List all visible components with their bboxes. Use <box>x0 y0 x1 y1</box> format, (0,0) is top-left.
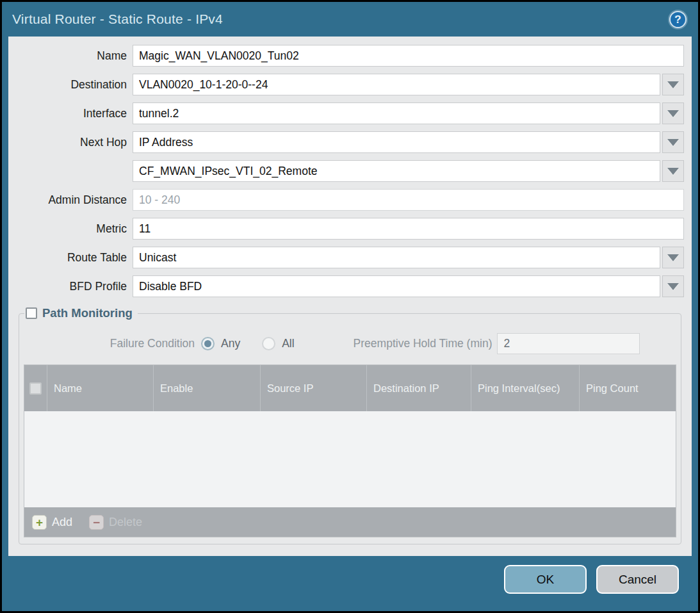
chevron-down-icon <box>667 254 679 261</box>
radio-any-label: Any <box>221 337 240 350</box>
destination-dropdown-button[interactable] <box>662 74 684 95</box>
chevron-down-icon <box>667 81 679 88</box>
delete-button-label: Delete <box>109 516 142 529</box>
select-all-checkbox <box>29 382 42 395</box>
next-hop-label: Next Hop <box>16 136 133 149</box>
bfd-profile-label: BFD Profile <box>16 280 133 293</box>
failure-condition-label: Failure Condition <box>23 337 201 350</box>
destination-label: Destination <box>16 78 133 92</box>
failure-condition-any-option: Any <box>201 337 240 350</box>
radio-all <box>262 337 275 350</box>
path-monitoring-legend: Path Monitoring <box>24 306 138 320</box>
radio-any <box>201 337 215 350</box>
chevron-down-icon <box>667 110 679 117</box>
plus-icon: + <box>32 515 47 530</box>
form-row-interface: Interface <box>16 102 684 124</box>
minus-icon: − <box>89 515 104 530</box>
header-select-all-cell <box>24 365 47 411</box>
interface-label: Interface <box>16 107 133 120</box>
radio-all-label: All <box>282 337 294 350</box>
add-button[interactable]: + Add <box>32 515 72 530</box>
static-route-dialog: Virtual Router - Static Route - IPv4 ? N… <box>2 2 698 611</box>
form-row-name: Name <box>16 45 684 67</box>
route-table-dropdown-button[interactable] <box>662 247 684 268</box>
table-body-empty <box>24 411 676 507</box>
path-monitoring-label: Path Monitoring <box>42 306 133 320</box>
column-header-source-ip: Source IP <box>261 365 367 411</box>
failure-condition-all-option: All <box>262 337 294 350</box>
failure-condition-row: Failure Condition Any All Preemptive Hol… <box>23 333 677 354</box>
next-hop-address-dropdown-button[interactable] <box>662 160 684 182</box>
dialog-content: Name Destination Interface <box>8 37 692 556</box>
table-header: Name Enable Source IP Destination IP Pin… <box>24 365 676 411</box>
form-row-destination: Destination <box>16 74 684 95</box>
destination-input[interactable] <box>133 74 660 95</box>
form-row-bfd-profile: BFD Profile <box>16 275 684 297</box>
help-icon[interactable]: ? <box>669 11 687 28</box>
metric-input[interactable] <box>133 218 684 240</box>
delete-button: − Delete <box>89 515 142 530</box>
path-monitoring-checkbox[interactable] <box>26 307 37 319</box>
column-header-ping-interval: Ping Interval(sec) <box>471 365 580 411</box>
cancel-button[interactable]: Cancel <box>596 565 679 594</box>
route-table-input[interactable] <box>133 247 660 268</box>
next-hop-type-input[interactable] <box>133 131 660 153</box>
chevron-down-icon <box>667 139 679 146</box>
add-button-label: Add <box>52 516 72 529</box>
interface-input[interactable] <box>133 102 660 124</box>
admin-distance-label: Admin Distance <box>16 193 133 207</box>
table-footer: + Add − Delete <box>24 507 676 537</box>
dialog-footer: OK Cancel <box>2 556 698 611</box>
column-header-name: Name <box>47 365 154 411</box>
preemptive-hold-time-label: Preemptive Hold Time (min) <box>354 337 492 350</box>
column-header-destination-ip: Destination IP <box>367 365 471 411</box>
dialog-titlebar: Virtual Router - Static Route - IPv4 ? <box>2 2 698 37</box>
column-header-enable: Enable <box>154 365 261 411</box>
dialog-title: Virtual Router - Static Route - IPv4 <box>12 12 223 27</box>
column-header-ping-count: Ping Count <box>580 365 676 411</box>
metric-label: Metric <box>16 222 133 236</box>
form-row-route-table: Route Table <box>16 247 684 268</box>
ok-button[interactable]: OK <box>504 565 587 594</box>
admin-distance-input[interactable] <box>133 189 684 211</box>
form-row-next-hop-value <box>16 160 684 182</box>
next-hop-type-dropdown-button[interactable] <box>662 131 684 153</box>
route-table-label: Route Table <box>16 251 133 265</box>
form-row-next-hop: Next Hop <box>16 131 684 153</box>
interface-dropdown-button[interactable] <box>662 102 684 124</box>
name-label: Name <box>16 49 133 63</box>
form-row-admin-distance: Admin Distance <box>16 189 684 211</box>
chevron-down-icon <box>667 168 679 175</box>
path-monitoring-table: Name Enable Source IP Destination IP Pin… <box>24 364 676 537</box>
form-row-metric: Metric <box>16 218 684 240</box>
chevron-down-icon <box>667 283 679 290</box>
preemptive-hold-time-input <box>497 333 640 354</box>
path-monitoring-section: Path Monitoring Failure Condition Any Al… <box>19 306 681 544</box>
bfd-profile-dropdown-button[interactable] <box>662 275 684 297</box>
name-input[interactable] <box>133 45 684 67</box>
bfd-profile-input[interactable] <box>133 275 660 297</box>
next-hop-address-input[interactable] <box>133 160 660 182</box>
